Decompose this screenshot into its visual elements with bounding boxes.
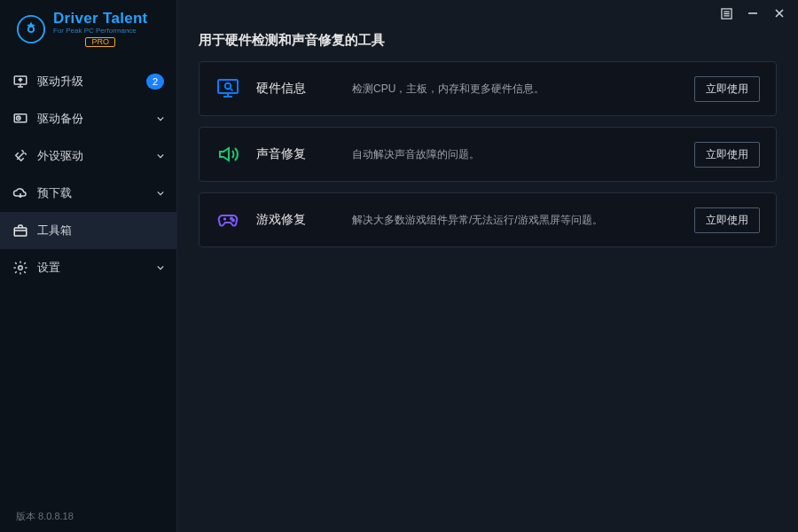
- cloud-down-icon: [12, 185, 28, 201]
- page-title: 用于硬件检测和声音修复的工具: [177, 27, 798, 61]
- monitor-up-icon: [12, 74, 28, 90]
- use-now-button[interactable]: 立即使用: [694, 76, 760, 102]
- version-label: 版本 8.0.8.18: [0, 501, 176, 532]
- sidebar-item-settings[interactable]: 设置: [0, 249, 176, 286]
- app-subtitle: For Peak PC Performance: [53, 27, 148, 35]
- app-title: Driver Talent: [53, 11, 148, 26]
- svg-rect-5: [14, 228, 27, 236]
- sidebar-item-toolbox[interactable]: 工具箱: [0, 212, 176, 249]
- use-now-button[interactable]: 立即使用: [694, 142, 760, 168]
- app-edition-badge: PRO: [85, 37, 115, 47]
- sidebar-item-driver-backup[interactable]: 驱动备份: [0, 100, 176, 137]
- sidebar-item-label: 工具箱: [37, 223, 164, 239]
- minimize-icon[interactable]: [747, 7, 759, 20]
- chevron-down-icon: [157, 264, 164, 271]
- tool-name: 游戏修复: [256, 212, 336, 228]
- update-count-badge: 2: [146, 74, 164, 90]
- gear-logo-icon: [16, 14, 46, 44]
- close-icon[interactable]: [773, 7, 786, 20]
- sidebar: Driver Talent For Peak PC Performance PR…: [0, 0, 177, 532]
- window-controls: [177, 0, 798, 27]
- gear-icon: [12, 260, 28, 276]
- tool-card-hardware: 硬件信息 检测CPU，主板，内存和更多硬件信息。 立即使用: [199, 61, 777, 116]
- svg-rect-8: [218, 80, 238, 93]
- tool-desc: 解决大多数游戏组件异常/无法运行/游戏黑屏等问题。: [352, 213, 678, 228]
- tool-name: 声音修复: [256, 146, 336, 162]
- tool-name: 硬件信息: [256, 81, 336, 97]
- sidebar-item-label: 设置: [37, 260, 148, 276]
- toolbox-icon: [12, 223, 28, 239]
- svg-point-11: [232, 220, 234, 222]
- menu-icon[interactable]: [720, 7, 732, 20]
- use-now-button[interactable]: 立即使用: [694, 207, 760, 233]
- svg-point-6: [19, 266, 23, 270]
- sidebar-item-label: 驱动升级: [37, 74, 137, 90]
- chevron-down-icon: [157, 153, 164, 160]
- monitor-search-icon: [215, 76, 240, 101]
- main: 用于硬件检测和声音修复的工具 硬件信息 检测CPU，主板，内存和更多硬件信息。 …: [177, 0, 798, 532]
- clock-back-icon: [12, 111, 28, 127]
- sidebar-item-label: 驱动备份: [37, 111, 148, 127]
- chevron-down-icon: [157, 190, 164, 197]
- tool-card-game: 游戏修复 解决大多数游戏组件异常/无法运行/游戏黑屏等问题。 立即使用: [199, 192, 777, 247]
- sidebar-item-driver-update[interactable]: 驱动升级 2: [0, 63, 176, 100]
- tool-list: 硬件信息 检测CPU，主板，内存和更多硬件信息。 立即使用 声音修复 自动解决声…: [177, 61, 798, 247]
- nav: 驱动升级 2 驱动备份 外设驱动: [0, 63, 176, 286]
- svg-point-9: [225, 83, 231, 90]
- sidebar-item-label: 预下载: [37, 185, 148, 201]
- speaker-icon: [215, 142, 240, 167]
- svg-point-1: [28, 26, 34, 31]
- app-logo: Driver Talent For Peak PC Performance PR…: [0, 0, 176, 54]
- sidebar-item-predownload[interactable]: 预下载: [0, 175, 176, 212]
- tool-card-sound: 声音修复 自动解决声音故障的问题。 立即使用: [199, 127, 777, 182]
- gamepad-icon: [215, 207, 240, 232]
- chevron-down-icon: [157, 115, 164, 122]
- sidebar-item-label: 外设驱动: [37, 148, 148, 164]
- tool-desc: 检测CPU，主板，内存和更多硬件信息。: [352, 82, 678, 97]
- tool-desc: 自动解决声音故障的问题。: [352, 147, 678, 162]
- sidebar-item-peripheral[interactable]: 外设驱动: [0, 137, 176, 175]
- plug-icon: [12, 148, 28, 164]
